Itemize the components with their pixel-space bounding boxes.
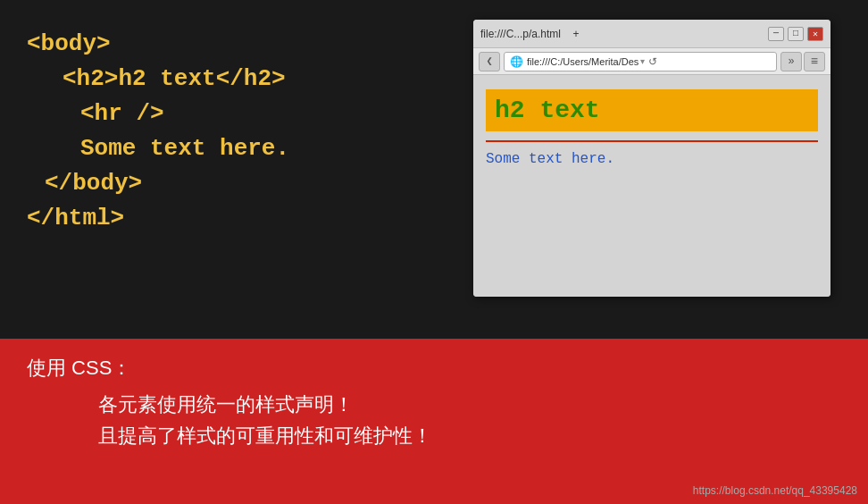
code-line-2: <h2>h2 text</h2> xyxy=(27,62,429,97)
watermark: https://blog.csdn.net/qq_43395428 xyxy=(693,484,857,497)
refresh-icon[interactable]: ↺ xyxy=(648,55,657,68)
bottom-item-1: 各元素使用统一的样式声明！ xyxy=(98,389,841,420)
browser-content: h2 text Some text here. xyxy=(473,75,830,297)
close-button[interactable]: ✕ xyxy=(807,27,823,41)
maximize-button[interactable]: □ xyxy=(788,27,804,41)
browser-title-text: file:///C...p/a.html + xyxy=(480,28,768,40)
new-tab-button[interactable]: + xyxy=(572,28,579,40)
minimize-button[interactable]: ─ xyxy=(768,27,784,41)
address-text: file:///C:/Users/Merita/Des xyxy=(527,56,638,67)
bottom-title: 使用 CSS： xyxy=(27,355,841,382)
code-line-4: Some text here. xyxy=(27,131,429,166)
code-line-5: </body> xyxy=(27,166,429,201)
code-line-6: </html> xyxy=(27,201,429,236)
more-button[interactable]: » xyxy=(780,52,802,71)
browser-h2: h2 text xyxy=(486,89,818,131)
browser-titlebar: file:///C...p/a.html + ─ □ ✕ xyxy=(473,20,830,48)
bottom-section: 使用 CSS： 各元素使用统一的样式声明！ 且提高了样式的可重用性和可维护性！ xyxy=(0,339,868,504)
browser-window: file:///C...p/a.html + ─ □ ✕ ❮ 🌐 file://… xyxy=(473,20,830,297)
browser-body-text: Some text here. xyxy=(486,151,818,167)
bottom-item-2: 且提高了样式的可重用性和可维护性！ xyxy=(98,420,841,451)
browser-title-buttons: ─ □ ✕ xyxy=(768,27,823,41)
code-line-3: <hr /> xyxy=(27,97,429,131)
dropdown-icon: ▾ xyxy=(640,56,645,66)
code-section: <body> <h2>h2 text</h2> <hr /> Some text… xyxy=(27,27,429,236)
browser-toolbar: ❮ 🌐 file:///C:/Users/Merita/Des ▾ ↺ » ≡ xyxy=(473,48,830,75)
menu-button[interactable]: ≡ xyxy=(804,52,825,71)
code-line-1: <body> xyxy=(27,27,429,62)
browser-hr xyxy=(486,140,818,142)
toolbar-right: » ≡ xyxy=(780,52,825,71)
globe-icon: 🌐 xyxy=(510,55,523,68)
address-bar[interactable]: 🌐 file:///C:/Users/Merita/Des ▾ ↺ xyxy=(504,52,777,71)
back-button[interactable]: ❮ xyxy=(479,52,500,71)
